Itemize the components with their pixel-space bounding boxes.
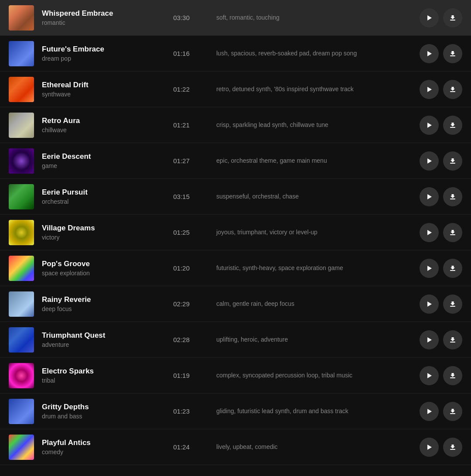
play-button[interactable]: [420, 8, 439, 27]
track-genre: adventure: [42, 341, 155, 348]
track-row: Eerie Pursuit orchestral 03:15 suspensef…: [0, 179, 471, 215]
svg-rect-23: [450, 413, 455, 414]
play-button[interactable]: [420, 80, 439, 99]
track-genre: space exploration: [42, 270, 155, 277]
track-tags: lively, upbeat, comedic: [208, 442, 420, 452]
svg-rect-17: [450, 306, 455, 307]
track-genre: deep focus: [42, 305, 155, 312]
track-info: Playful Antics comedy: [42, 438, 155, 455]
track-actions: [420, 80, 462, 99]
track-duration: 01:21: [155, 121, 208, 129]
track-actions: [420, 151, 462, 171]
track-genre: game: [42, 162, 155, 169]
play-button[interactable]: [420, 187, 439, 206]
track-thumbnail: [9, 327, 34, 353]
track-actions: [420, 295, 462, 314]
download-button[interactable]: [443, 187, 462, 206]
svg-marker-20: [427, 373, 432, 378]
download-button[interactable]: [443, 116, 462, 135]
play-button[interactable]: [420, 330, 439, 349]
track-actions: [420, 330, 462, 349]
play-button[interactable]: [420, 223, 439, 242]
download-button[interactable]: [443, 402, 462, 421]
track-info: Triumphant Quest adventure: [42, 331, 155, 348]
track-row: Rainy Reverie deep focus 02:29 calm, gen…: [0, 286, 471, 322]
track-tags: soft, romantic, touching: [208, 13, 420, 22]
track-tags: futuristic, synth-heavy, space explorati…: [208, 264, 420, 273]
svg-marker-10: [427, 194, 432, 199]
play-button[interactable]: [420, 44, 439, 63]
track-thumbnail: [9, 399, 34, 424]
track-tags: suspenseful, orchestral, chase: [208, 192, 420, 201]
download-button[interactable]: [443, 366, 462, 385]
track-duration: 03:30: [155, 14, 208, 21]
svg-marker-0: [427, 15, 432, 21]
svg-marker-14: [427, 266, 432, 271]
track-info: Rainy Reverie deep focus: [42, 295, 155, 312]
play-button[interactable]: [420, 295, 439, 314]
download-button[interactable]: [443, 259, 462, 278]
track-row: Triumphant Quest adventure 02:28 uplifti…: [0, 322, 471, 358]
track-row: Future's Embrace dream pop 01:16 lush, s…: [0, 36, 471, 72]
play-button[interactable]: [420, 151, 439, 171]
track-actions: [420, 259, 462, 278]
track-thumbnail: [9, 435, 34, 460]
download-button[interactable]: [443, 295, 462, 314]
track-thumbnail: [9, 256, 34, 281]
track-tags: epic, orchestral theme, game main menu: [208, 156, 420, 165]
track-actions: [420, 366, 462, 385]
track-info: Village Dreams victory: [42, 224, 155, 241]
track-actions: [420, 438, 462, 457]
svg-rect-21: [450, 377, 455, 378]
svg-marker-2: [427, 51, 432, 56]
download-button[interactable]: [443, 80, 462, 99]
track-tags: crisp, sparkling lead synth, chillwave t…: [208, 120, 420, 130]
download-button[interactable]: [443, 223, 462, 242]
svg-rect-7: [450, 127, 455, 128]
play-button[interactable]: [420, 402, 439, 421]
track-duration: 01:27: [155, 157, 208, 164]
track-duration: 01:16: [155, 50, 208, 57]
track-genre: tribal: [42, 377, 155, 384]
track-genre: orchestral: [42, 198, 155, 205]
track-title: Triumphant Quest: [42, 331, 155, 340]
play-button[interactable]: [420, 259, 439, 278]
play-button[interactable]: [420, 438, 439, 457]
track-row: Whispered Embrace romantic 03:30 soft, r…: [0, 0, 471, 36]
track-info: Ethereal Drift synthwave: [42, 81, 155, 98]
track-actions: [420, 223, 462, 242]
track-thumbnail: [9, 220, 34, 245]
download-button[interactable]: [443, 44, 462, 63]
track-tags: uplifting, heroic, adventure: [208, 335, 420, 344]
svg-marker-6: [427, 123, 432, 128]
svg-rect-11: [450, 199, 455, 199]
track-title: Eerie Descent: [42, 152, 155, 161]
track-row: Gritty Depths drum and bass 01:23 glidin…: [0, 394, 471, 429]
track-tags: retro, detuned synth, '80s inspired synt…: [208, 85, 420, 94]
track-title: Village Dreams: [42, 224, 155, 233]
track-actions: [420, 44, 462, 63]
track-info: Pop's Groove space exploration: [42, 260, 155, 277]
svg-rect-5: [450, 91, 455, 92]
svg-marker-8: [427, 158, 432, 164]
track-thumbnail: [9, 113, 34, 138]
track-info: Whispered Embrace romantic: [42, 9, 155, 26]
play-button[interactable]: [420, 116, 439, 135]
track-title: Rainy Reverie: [42, 295, 155, 304]
track-row: Ethereal Drift synthwave 01:22 retro, de…: [0, 72, 471, 107]
track-info: Gritty Depths drum and bass: [42, 403, 155, 420]
svg-marker-12: [427, 230, 432, 235]
track-genre: synthwave: [42, 91, 155, 98]
track-genre: drum and bass: [42, 413, 155, 420]
track-info: Electro Sparks tribal: [42, 367, 155, 384]
track-tags: gliding, futuristic lead synth, drum and…: [208, 407, 420, 416]
svg-rect-13: [450, 234, 455, 235]
track-duration: 01:19: [155, 372, 208, 379]
track-tags: complex, syncopated percussion loop, tri…: [208, 371, 420, 380]
download-button[interactable]: [443, 8, 462, 27]
download-button[interactable]: [443, 438, 462, 457]
download-button[interactable]: [443, 330, 462, 349]
track-title: Retro Aura: [42, 116, 155, 125]
download-button[interactable]: [443, 151, 462, 171]
play-button[interactable]: [420, 366, 439, 385]
